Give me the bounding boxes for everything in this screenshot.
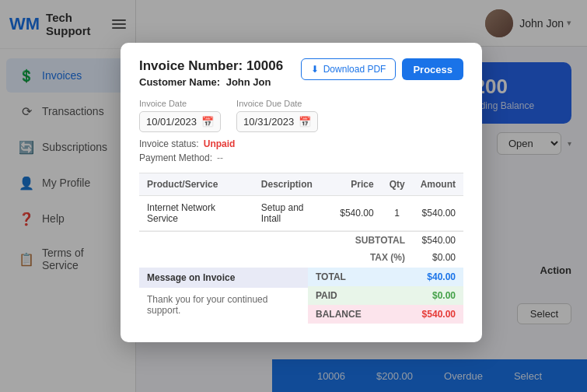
- status-label: Invoice status:: [139, 138, 199, 149]
- modal-header: Invoice Number: 10006 Customer Name: Joh…: [139, 58, 463, 88]
- customer-name-row: Customer Name: John Jon: [139, 76, 283, 88]
- bottom-section: Message on Invoice Thank you for your co…: [139, 268, 463, 324]
- payment-value: --: [217, 152, 223, 163]
- paid-value: $0.00: [432, 290, 456, 301]
- paid-row: PAID $0.00: [308, 286, 463, 305]
- invoice-date-input[interactable]: 10/01/2023 📅: [139, 111, 221, 132]
- cell-description: Setup and Intall: [253, 196, 332, 231]
- balance-label: BALANCE: [316, 309, 362, 320]
- col-price: Price: [332, 173, 381, 196]
- due-date-label: Invoice Due Date: [236, 99, 318, 108]
- due-date-group: Invoice Due Date 10/31/2023 📅: [236, 99, 318, 132]
- col-description: Description: [253, 173, 332, 196]
- total-row: TOTAL $40.00: [308, 268, 463, 286]
- balance-row: BALANCE $540.00: [308, 305, 463, 324]
- customer-name-value: John Jon: [226, 76, 271, 88]
- invoice-date-group: Invoice Date 10/01/2023 📅: [139, 99, 221, 132]
- invoice-table: Product/Service Description Price Qty Am…: [139, 173, 463, 231]
- tax-row: TAX (%) $0.00: [139, 249, 463, 266]
- status-value: Unpaid: [204, 138, 236, 149]
- cell-amount: $540.00: [413, 196, 463, 231]
- balance-value: $540.00: [422, 309, 456, 320]
- subtotal-value: $540.00: [413, 235, 456, 246]
- totals-section: TOTAL $40.00 PAID $0.00 BALANCE $540.00: [308, 268, 463, 324]
- subtotal-block: SUBTOTAL $540.00 TAX (%) $0.00: [139, 231, 463, 266]
- message-section: Message on Invoice Thank you for your co…: [139, 268, 308, 324]
- invoice-title: Invoice Number: 10006: [139, 58, 283, 74]
- cell-product: Internet Network Service: [139, 196, 253, 231]
- calendar-icon: 📅: [201, 116, 214, 128]
- download-pdf-button[interactable]: ⬇ Download PDF: [301, 58, 397, 80]
- paid-label: PAID: [316, 290, 337, 301]
- col-amount: Amount: [413, 173, 463, 196]
- tax-value: $0.00: [413, 252, 456, 263]
- total-value: $40.00: [427, 271, 456, 282]
- table-row: Internet Network Service Setup and Intal…: [139, 196, 463, 231]
- payment-label: Payment Method:: [139, 152, 212, 163]
- total-label: TOTAL: [316, 271, 346, 282]
- download-pdf-label: Download PDF: [323, 64, 386, 75]
- cell-price: $540.00: [332, 196, 381, 231]
- cell-qty: 1: [382, 196, 413, 231]
- process-button[interactable]: Process: [402, 58, 463, 80]
- date-row: Invoice Date 10/01/2023 📅 Invoice Due Da…: [139, 99, 463, 132]
- payment-method-row: Payment Method: --: [139, 152, 463, 163]
- invoice-modal: Invoice Number: 10006 Customer Name: Joh…: [121, 43, 482, 342]
- message-text: Thank you for your continued support.: [139, 288, 308, 322]
- calendar-icon-2: 📅: [299, 116, 311, 128]
- customer-label: Customer Name:: [139, 76, 220, 88]
- message-header: Message on Invoice: [139, 268, 308, 288]
- invoice-date-value: 10/01/2023: [146, 116, 197, 128]
- col-qty: Qty: [382, 173, 413, 196]
- download-icon: ⬇: [311, 64, 319, 75]
- due-date-input[interactable]: 10/31/2023 📅: [236, 111, 318, 132]
- subtotal-row: SUBTOTAL $540.00: [139, 232, 463, 249]
- subtotal-label: SUBTOTAL: [351, 235, 405, 246]
- tax-label: TAX (%): [351, 252, 405, 263]
- col-product: Product/Service: [139, 173, 253, 196]
- modal-actions: ⬇ Download PDF Process: [301, 58, 463, 80]
- due-date-value: 10/31/2023: [243, 116, 294, 128]
- invoice-date-label: Invoice Date: [139, 99, 221, 108]
- invoice-status-row: Invoice status: Unpaid: [139, 138, 463, 149]
